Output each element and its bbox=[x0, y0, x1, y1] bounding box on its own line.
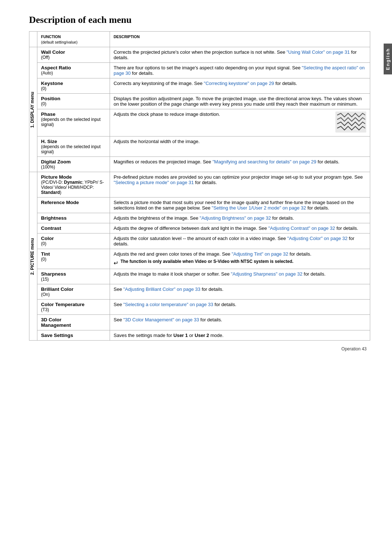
keystone-func: Keystone (0) bbox=[37, 78, 110, 94]
display-menu-label: 1. DISPLAY menu bbox=[29, 47, 37, 172]
col-description-header: DESCRIPTION bbox=[110, 32, 370, 47]
brightness-desc: Adjusts the brightness of the image. See… bbox=[110, 213, 370, 223]
tint-desc: Adjusts the red and green color tones of… bbox=[110, 249, 370, 269]
page-title: Description of each menu bbox=[29, 15, 370, 25]
brilliant-color-row: Brilliant Color (On) See "Adjusting Bril… bbox=[29, 284, 370, 300]
brightness-func: Brightness bbox=[37, 213, 110, 223]
3d-color-row: 3D ColorManagement See "3D Color Managem… bbox=[29, 315, 370, 330]
main-table: FUNCTION (default setting/value) DESCRIP… bbox=[29, 31, 370, 341]
contrast-link[interactable]: "Adjusting Contrast" on page 32 bbox=[268, 225, 335, 231]
save-settings-row: Save Settings Saves the settings made fo… bbox=[29, 330, 370, 341]
picture-mode-link[interactable]: "Selecting a picture mode" on page 31 bbox=[114, 180, 194, 185]
reference-mode-func: Reference Mode bbox=[37, 198, 110, 213]
wall-color-link[interactable]: "Using Wall Color" on page 31 bbox=[287, 49, 350, 55]
hsize-func: H. Size (depends on the selected input s… bbox=[37, 137, 110, 157]
brilliant-color-func: Brilliant Color (On) bbox=[37, 284, 110, 300]
keystone-row: Keystone (0) Corrects any keystoning of … bbox=[29, 78, 370, 94]
keystone-link[interactable]: "Correcting keystone" on page 29 bbox=[204, 81, 274, 86]
contrast-func: Contrast bbox=[37, 223, 110, 233]
color-temp-link[interactable]: "Selecting a color temperature" on page … bbox=[123, 302, 213, 307]
hsize-desc: Adjusts the horizontal width of the imag… bbox=[110, 137, 370, 157]
tint-func: Tint (0) bbox=[37, 249, 110, 269]
picture-menu-label: 2. PICTURE menu bbox=[29, 172, 37, 341]
color-temp-desc: See "Selecting a color temperature" on p… bbox=[110, 300, 370, 315]
3d-color-desc: See "3D Color Management" on page 33 for… bbox=[110, 315, 370, 330]
header-row: FUNCTION (default setting/value) DESCRIP… bbox=[29, 32, 370, 47]
color-row: Color (0) Adjusts the color saturation l… bbox=[29, 233, 370, 249]
brilliant-color-desc: See "Adjusting Brilliant Color" on page … bbox=[110, 284, 370, 300]
page-footer: Operation 43 bbox=[342, 346, 367, 351]
digital-zoom-row: Digital Zoom (100%) Magnifies or reduces… bbox=[29, 157, 370, 172]
brilliant-color-link[interactable]: "Adjusting Brilliant Color" on page 33 bbox=[123, 286, 200, 292]
save-settings-desc: Saves the settings made for User 1 or Us… bbox=[110, 330, 370, 341]
3d-color-func: 3D ColorManagement bbox=[37, 315, 110, 330]
phase-image bbox=[335, 111, 366, 133]
sharpness-desc: Adjusts the image to make it look sharpe… bbox=[110, 269, 370, 284]
aspect-ratio-func: Aspect Ratio (Auto) bbox=[37, 63, 110, 78]
sidebar-english-label: English bbox=[384, 44, 392, 74]
keystone-desc: Corrects any keystoning of the image. Se… bbox=[110, 78, 370, 94]
position-func: Position (0) bbox=[37, 94, 110, 109]
aspect-ratio-link[interactable]: "Selecting the aspect ratio" on page 30 bbox=[114, 65, 365, 76]
aspect-ratio-desc: There are four options to set the image'… bbox=[110, 63, 370, 78]
brightness-row: Brightness Adjusts the brightness of the… bbox=[29, 213, 370, 223]
contrast-desc: Adjusts the degree of difference between… bbox=[110, 223, 370, 233]
note-text: The function is only available when Vide… bbox=[121, 259, 293, 264]
picture-mode-func: Picture Mode (PC/DVI-D: Dynamic; YPbPr/ … bbox=[37, 172, 110, 198]
phase-func: Phase (depends on the selected input sig… bbox=[37, 109, 110, 137]
position-desc: Displays the position adjustment page. T… bbox=[110, 94, 370, 109]
digital-zoom-func: Digital Zoom (100%) bbox=[37, 157, 110, 172]
color-link[interactable]: "Adjusting Color" on page 32 bbox=[287, 236, 347, 241]
color-temp-row: Color Temperature (T3) See "Selecting a … bbox=[29, 300, 370, 315]
color-desc: Adjusts the color saturation level -- th… bbox=[110, 233, 370, 249]
col-function-header: FUNCTION (default setting/value) bbox=[37, 32, 110, 47]
tint-link[interactable]: "Adjusting Tint" on page 32 bbox=[232, 251, 288, 257]
save-settings-func: Save Settings bbox=[37, 330, 110, 341]
phase-row: Phase (depends on the selected input sig… bbox=[29, 109, 370, 137]
contrast-row: Contrast Adjusts the degree of differenc… bbox=[29, 223, 370, 233]
sharpness-func: Sharpness (15) bbox=[37, 269, 110, 284]
reference-mode-desc: Selects a picture mode that most suits y… bbox=[110, 198, 370, 213]
picture-mode-desc: Pre-defined picture modes are provided s… bbox=[110, 172, 370, 198]
aspect-ratio-row: Aspect Ratio (Auto) There are four optio… bbox=[29, 63, 370, 78]
digital-zoom-link[interactable]: "Magnifying and searching for details" o… bbox=[212, 159, 316, 164]
tint-row: Tint (0) Adjusts the red and green color… bbox=[29, 249, 370, 269]
phase-desc: Adjusts the clock phase to reduce image … bbox=[110, 109, 370, 137]
sharpness-link[interactable]: "Adjusting Sharpness" on page 32 bbox=[231, 271, 302, 277]
sharpness-row: Sharpness (15) Adjusts the image to make… bbox=[29, 269, 370, 284]
page-container: English Description of each menu FUNCTIO… bbox=[0, 0, 392, 362]
picture-menu-section: 2. PICTURE menu Picture Mode (PC/DVI-D: … bbox=[29, 172, 370, 198]
position-row: Position (0) Displays the position adjus… bbox=[29, 94, 370, 109]
display-menu-section: 1. DISPLAY menu Wall Color (Off) Correct… bbox=[29, 47, 370, 63]
digital-zoom-desc: Magnifies or reduces the projected image… bbox=[110, 157, 370, 172]
color-temp-func: Color Temperature (T3) bbox=[37, 300, 110, 315]
wall-color-desc: Corrects the projected picture's color w… bbox=[110, 47, 370, 63]
brightness-link[interactable]: "Adjusting Brightness" on page 32 bbox=[200, 215, 271, 221]
3d-color-link[interactable]: "3D Color Management" on page 33 bbox=[123, 317, 199, 322]
wall-color-func: Wall Color (Off) bbox=[37, 47, 110, 63]
reference-mode-link[interactable]: "Setting the User 1/User 2 mode" on page… bbox=[212, 205, 306, 211]
tint-note: ↵ The function is only available when Vi… bbox=[114, 259, 366, 267]
hsize-row: H. Size (depends on the selected input s… bbox=[29, 137, 370, 157]
reference-mode-row: Reference Mode Selects a picture mode th… bbox=[29, 198, 370, 213]
color-func: Color (0) bbox=[37, 233, 110, 249]
note-icon: ↵ bbox=[114, 260, 118, 267]
